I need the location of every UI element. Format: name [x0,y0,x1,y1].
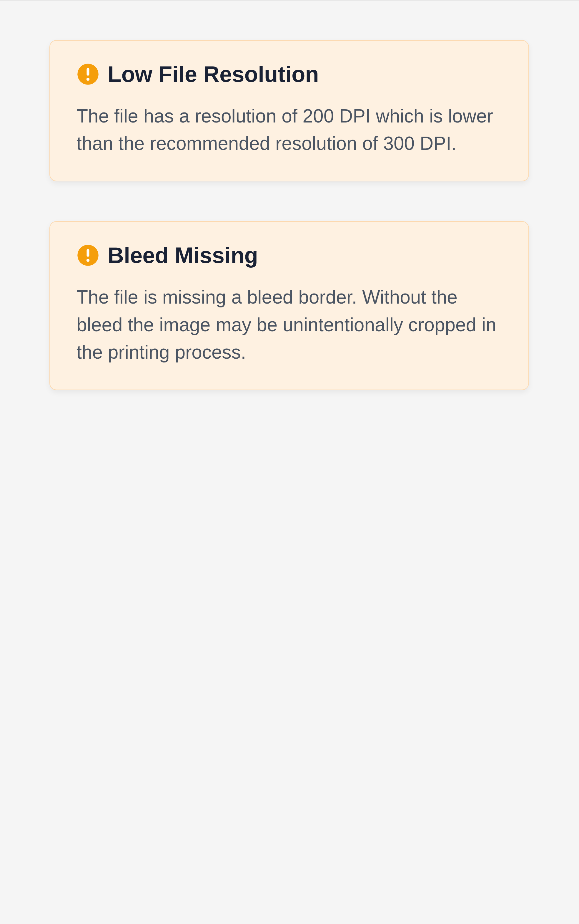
card-header: Low File Resolution [77,62,502,87]
warning-title: Bleed Missing [108,243,258,268]
warning-card-bleed-missing: Bleed Missing The file is missing a blee… [49,221,529,390]
warning-description: The file is missing a bleed border. With… [77,284,502,366]
warning-title: Low File Resolution [108,62,319,87]
warnings-container: Low File Resolution The file has a resol… [0,1,579,390]
alert-circle-icon [77,63,100,86]
svg-point-5 [87,259,90,262]
alert-circle-icon [77,244,100,267]
svg-rect-1 [87,68,89,75]
warning-card-low-resolution: Low File Resolution The file has a resol… [49,40,529,181]
svg-rect-4 [87,249,89,257]
warning-description: The file has a resolution of 200 DPI whi… [77,102,502,158]
svg-point-2 [87,77,90,80]
card-header: Bleed Missing [77,243,502,268]
